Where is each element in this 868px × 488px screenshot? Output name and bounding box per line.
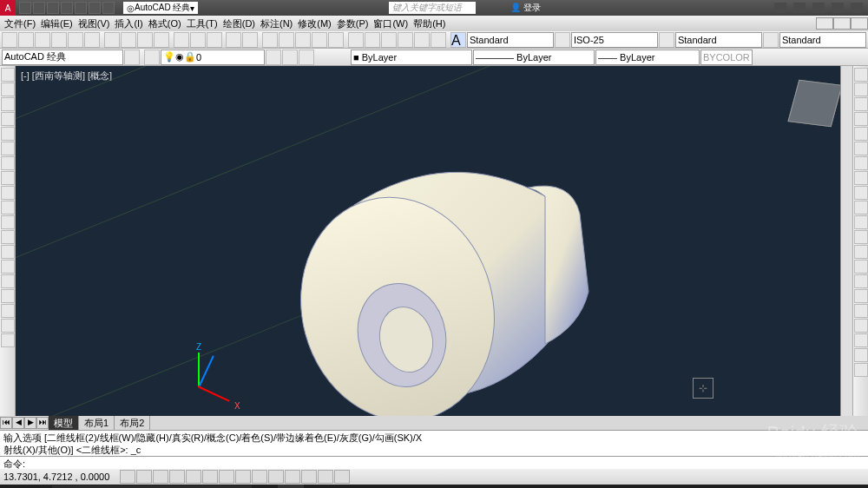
move-icon[interactable] <box>854 142 868 155</box>
maximize-icon[interactable] <box>832 3 844 13</box>
tab-layout2[interactable]: 布局2 <box>115 416 150 430</box>
lineweight-combo[interactable]: —— ByLayer <box>595 49 700 65</box>
open-icon[interactable] <box>18 32 34 48</box>
pan-icon[interactable] <box>262 32 278 48</box>
block-icon[interactable] <box>174 32 189 48</box>
qat-saveas-icon[interactable] <box>61 2 73 14</box>
taskbar-app1-icon[interactable]: ▦ <box>278 485 304 488</box>
menu-format[interactable]: 格式(O) <box>146 17 184 30</box>
rotate-icon[interactable] <box>854 156 868 170</box>
dimstyle-icon[interactable] <box>555 32 570 48</box>
revcloud-icon[interactable] <box>1 171 15 185</box>
tpy-toggle[interactable] <box>285 470 300 484</box>
zoom-icon[interactable] <box>279 32 294 48</box>
preview-icon[interactable] <box>68 32 83 48</box>
cortana-icon[interactable]: ○ <box>26 485 52 488</box>
fillet-icon[interactable] <box>854 274 868 288</box>
taskbar-autocad-icon[interactable]: A <box>330 485 356 488</box>
props-icon[interactable] <box>348 32 364 48</box>
polar-toggle[interactable] <box>169 470 185 484</box>
start-button[interactable]: ⊞ <box>0 485 26 488</box>
doc-restore-icon[interactable] <box>833 17 851 30</box>
textstyle-combo[interactable]: Standard <box>467 32 554 48</box>
linetype-combo[interactable]: ———— ByLayer <box>473 49 595 65</box>
extend-icon[interactable] <box>854 215 868 229</box>
qp-toggle[interactable] <box>301 470 317 484</box>
viewport-label[interactable]: [-] [西南等轴测] [概念] <box>21 69 112 82</box>
publish-icon[interactable] <box>84 32 100 48</box>
pline-icon[interactable] <box>1 97 15 111</box>
new-icon[interactable] <box>2 32 17 48</box>
menu-tools[interactable]: 工具(T) <box>184 17 220 30</box>
taskbar-app2-icon[interactable]: ◉ <box>304 485 330 488</box>
menu-window[interactable]: 窗口(W) <box>371 17 411 30</box>
tablestyle-combo[interactable]: Standard <box>675 32 762 48</box>
close-icon[interactable] <box>851 3 863 13</box>
layer-iso-icon[interactable] <box>282 49 298 65</box>
am-toggle[interactable] <box>334 470 350 484</box>
mkblock-icon[interactable] <box>1 245 15 259</box>
undo-icon[interactable] <box>226 32 241 48</box>
copy2-icon[interactable] <box>854 82 868 96</box>
otrack-toggle[interactable] <box>219 470 234 484</box>
stretch-icon[interactable] <box>854 186 868 200</box>
doc-minimize-icon[interactable] <box>816 17 833 30</box>
zoomwin-icon[interactable] <box>295 32 311 48</box>
scale-icon[interactable] <box>854 171 868 185</box>
nav-zoom-icon[interactable] <box>854 333 868 347</box>
mleaderstyle-icon[interactable] <box>763 32 779 48</box>
tab-next-icon[interactable]: ▶ <box>24 417 36 429</box>
tablestyle-icon[interactable] <box>659 32 674 48</box>
ducs-toggle[interactable] <box>235 470 251 484</box>
region-icon[interactable] <box>1 304 15 318</box>
hatch-icon[interactable] <box>1 274 15 288</box>
ssm-icon[interactable] <box>398 32 413 48</box>
layer-combo[interactable]: 💡◉🔒 0 <box>161 49 265 65</box>
calc-icon[interactable] <box>431 32 446 48</box>
chamfer-icon[interactable] <box>854 260 868 274</box>
menu-file[interactable]: 文件(F) <box>2 17 38 30</box>
nav-orbit-icon[interactable] <box>854 348 868 362</box>
nav-origin-marker[interactable]: ⊹ <box>693 378 713 399</box>
menu-draw[interactable]: 绘图(D) <box>220 17 258 30</box>
trim-icon[interactable] <box>854 201 868 214</box>
tab-prev-icon[interactable]: ◀ <box>12 417 24 429</box>
help-search-input[interactable]: 键入关键字或短语 <box>389 2 476 14</box>
mirror-icon[interactable] <box>854 97 868 111</box>
polygon-icon[interactable] <box>1 112 15 126</box>
ellipsearc-icon[interactable] <box>1 215 15 229</box>
command-input[interactable]: 命令: <box>0 456 868 469</box>
offset-icon[interactable] <box>854 112 868 126</box>
grid-toggle[interactable] <box>136 470 152 484</box>
nav-wheel-icon[interactable] <box>854 304 868 318</box>
sc-toggle[interactable] <box>318 470 333 484</box>
menu-modify[interactable]: 修改(M) <box>295 17 334 30</box>
textstyle-icon[interactable]: A <box>450 32 466 48</box>
ref-icon[interactable] <box>190 32 206 48</box>
spline-icon[interactable] <box>1 186 15 200</box>
nav-show-icon[interactable] <box>854 363 868 377</box>
xline-icon[interactable] <box>1 82 15 96</box>
ws-settings-icon[interactable] <box>124 49 140 65</box>
autocad-logo[interactable]: A <box>0 0 16 16</box>
plotstyle-combo[interactable]: BYCOLOR <box>700 49 753 65</box>
tab-model[interactable]: 模型 <box>49 416 79 430</box>
minimize-icon[interactable] <box>812 3 825 13</box>
redo-icon[interactable] <box>242 32 258 48</box>
menu-insert[interactable]: 插入(I) <box>112 17 145 30</box>
layer-prev-icon[interactable] <box>299 49 314 65</box>
layer-state-icon[interactable] <box>266 49 281 65</box>
ortho-toggle[interactable] <box>153 470 168 484</box>
qat-plot-icon[interactable] <box>75 2 87 14</box>
dyn-toggle[interactable] <box>252 470 267 484</box>
taskview-icon[interactable]: ▭ <box>252 485 278 488</box>
osnap-toggle[interactable] <box>186 470 201 484</box>
cut-icon[interactable] <box>104 32 120 48</box>
viewport-scrollbar-v[interactable] <box>840 66 852 416</box>
workspace-combo[interactable]: AutoCAD 经典 <box>2 49 123 65</box>
mtext-icon[interactable] <box>1 333 15 347</box>
erase-icon[interactable] <box>854 68 868 82</box>
qat-open-icon[interactable] <box>33 2 45 14</box>
arc-icon[interactable] <box>1 142 15 155</box>
osnap3d-toggle[interactable] <box>202 470 218 484</box>
